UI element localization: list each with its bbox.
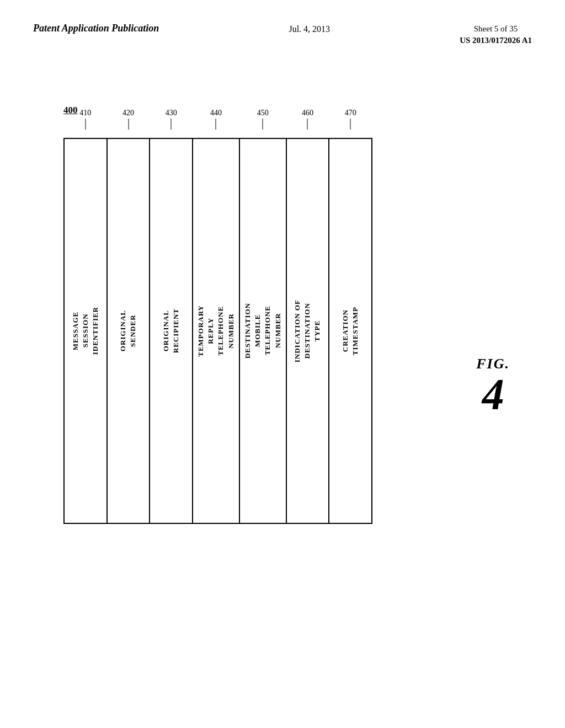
col-text-440: TEMPORARYREPLYTELEPHONENUMBER bbox=[196, 305, 236, 357]
main-diagram: 410 MESSAGESESSIONIDENTIFIER 420 ORIGINA… bbox=[63, 138, 372, 524]
col-label-460: 460 bbox=[302, 109, 313, 117]
col-content-450: DESTINATIONMOBILETELEPHONENUMBER bbox=[240, 139, 286, 523]
col-content-420: ORIGINALSENDER bbox=[108, 139, 150, 523]
col-410: 410 MESSAGESESSIONIDENTIFIER bbox=[65, 139, 108, 523]
col-text-450: DESTINATIONMOBILETELEPHONENUMBER bbox=[243, 303, 283, 358]
col-text-470: CREATIONTIMESTAMP bbox=[340, 307, 360, 355]
data-table: 410 MESSAGESESSIONIDENTIFIER 420 ORIGINA… bbox=[63, 138, 372, 524]
publication-title: Patent Application Publication bbox=[33, 22, 159, 35]
col-430: 430 ORIGINALRECIPIENT bbox=[150, 139, 193, 523]
tick-line-410 bbox=[85, 119, 86, 130]
col-label-410: 410 bbox=[79, 109, 91, 117]
col-content-410: MESSAGESESSIONIDENTIFIER bbox=[65, 139, 106, 523]
col-label-430: 430 bbox=[166, 109, 177, 117]
diagram-area: 400 410 MESSAGESESSIONIDENTIFIER 420 bbox=[33, 88, 532, 684]
ref-400: 400 bbox=[63, 105, 78, 116]
sheet-info: Sheet 5 of 35 bbox=[460, 24, 532, 34]
col-label-470: 470 bbox=[345, 109, 356, 117]
col-content-440: TEMPORARYREPLYTELEPHONENUMBER bbox=[193, 139, 239, 523]
patent-number: US 2013/0172026 A1 bbox=[460, 36, 532, 45]
col-content-470: CREATIONTIMESTAMP bbox=[329, 139, 371, 523]
col-440: 440 TEMPORARYREPLYTELEPHONENUMBER bbox=[193, 139, 240, 523]
col-text-420: ORIGINALSENDER bbox=[118, 310, 138, 351]
col-460: 460 INDICATION OFDESTINATIONTYPE bbox=[287, 139, 330, 523]
fig-number: 4 bbox=[482, 372, 504, 416]
col-text-460: INDICATION OFDESTINATIONTYPE bbox=[292, 299, 323, 362]
col-label-440: 440 bbox=[210, 109, 222, 117]
figure-label: FIG. 4 bbox=[476, 356, 510, 416]
tick-line-460 bbox=[307, 119, 308, 130]
col-label-450: 450 bbox=[257, 109, 269, 117]
publication-date: Jul. 4, 2013 bbox=[289, 22, 330, 34]
col-text-410: MESSAGESESSIONIDENTIFIER bbox=[71, 307, 101, 355]
tick-line-420 bbox=[128, 119, 129, 130]
tick-line-430 bbox=[171, 119, 172, 130]
col-text-430: ORIGINALRECIPIENT bbox=[161, 308, 181, 353]
tick-line-440 bbox=[216, 119, 216, 130]
col-420: 420 ORIGINALSENDER bbox=[108, 139, 151, 523]
col-content-460: INDICATION OFDESTINATIONTYPE bbox=[287, 139, 329, 523]
col-content-430: ORIGINALRECIPIENT bbox=[150, 139, 192, 523]
col-470: 470 CREATIONTIMESTAMP bbox=[329, 139, 371, 523]
tick-line-450 bbox=[263, 119, 263, 130]
tick-line-470 bbox=[350, 119, 351, 130]
page-header: Patent Application Publication Jul. 4, 2… bbox=[0, 0, 565, 56]
col-label-420: 420 bbox=[122, 109, 134, 117]
col-450: 450 DESTINATIONMOBILETELEPHONENUMBER bbox=[240, 139, 287, 523]
